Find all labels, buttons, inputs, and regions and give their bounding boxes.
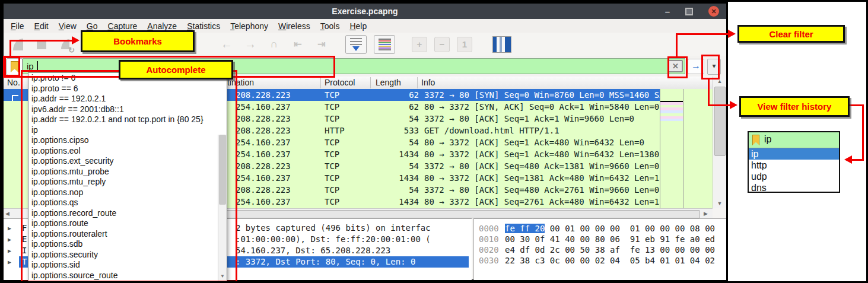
menu-go[interactable]: Go xyxy=(87,21,98,31)
hex-bytes: e4 df 0d 2c 00 50 38 af fe 13 00 00 00 0… xyxy=(505,244,715,255)
packet-protocol: HTTP xyxy=(325,125,345,136)
menu-tools[interactable]: Tools xyxy=(320,21,340,31)
packet-length: 62 xyxy=(360,101,419,113)
menu-wireless[interactable]: Wireless xyxy=(278,21,310,31)
packet-protocol: TCP xyxy=(325,89,339,101)
expand-arrow-icon: ▶ xyxy=(8,256,11,268)
title-bar[interactable]: Exercise.pcapng – ✕ xyxy=(4,4,726,19)
column-divider[interactable] xyxy=(320,77,321,88)
close-button[interactable]: ✕ xyxy=(708,6,719,17)
first-packet-icon[interactable]: ⇤ xyxy=(290,36,306,53)
colorize-icon[interactable] xyxy=(374,35,395,54)
clear-filter-callout: Clear filter xyxy=(737,25,845,43)
packet-protocol: TCP xyxy=(325,148,339,160)
history-annotation-line xyxy=(708,80,710,106)
packet-length: 1434 xyxy=(360,196,419,208)
column-length[interactable]: Length xyxy=(376,78,401,87)
detail-row-text: : 3372, Dst Port: 80, Seq: 0, Len: 0 xyxy=(236,256,469,268)
hex-bytes: 22 38 c3 0c 00 00 02 04 05 b4 01 01 04 0… xyxy=(505,255,715,266)
vertical-scroll-thumb[interactable] xyxy=(714,87,726,156)
menu-statistics[interactable]: Statistics xyxy=(187,21,220,31)
window-title: Exercise.pcapng xyxy=(4,4,726,19)
packet-length: 1434 xyxy=(360,148,419,160)
expand-arrow-icon: ▶ xyxy=(8,245,11,256)
packet-protocol: TCP xyxy=(325,160,339,172)
packet-length: 54 xyxy=(360,113,419,125)
expand-arrow-icon: ▶ xyxy=(8,234,11,245)
menu-analyze[interactable]: Analyze xyxy=(147,21,177,31)
forward-arrow-icon[interactable]: → xyxy=(242,36,259,53)
packet-length: 62 xyxy=(360,89,419,101)
packet-destination: 254.160.237 xyxy=(236,101,325,113)
hex-row[interactable]: 0000fe ff 20 00 01 00 00 00 01 00 00 00 … xyxy=(474,223,726,234)
packet-destination: 208.228.223 xyxy=(236,184,325,196)
menu-view[interactable]: View xyxy=(59,21,77,31)
packet-list-vertical-scrollbar[interactable]: ▲ ▼ xyxy=(713,77,726,208)
scroll-left-icon[interactable]: ◀ xyxy=(5,211,9,217)
packet-length: 54 xyxy=(360,136,419,148)
back-arrow-icon[interactable]: ← xyxy=(218,36,235,53)
column-divider[interactable] xyxy=(417,77,418,88)
column-protocol[interactable]: Protocol xyxy=(325,78,355,87)
intelligent-scrollbar-minimap[interactable] xyxy=(660,89,683,208)
go-to-packet-icon[interactable]: ∩ xyxy=(266,36,282,53)
menu-capture[interactable]: Capture xyxy=(108,21,138,31)
history-item[interactable]: udp xyxy=(749,171,839,182)
history-arrowhead xyxy=(730,101,737,109)
view-filter-history-callout: View filter history xyxy=(739,96,850,117)
packet-info: 3372 → 80 [ACK] Seq=1 Ack=1 Win=9660 Len… xyxy=(424,113,660,125)
packet-destination: 254.160.237 xyxy=(236,196,325,208)
column-info[interactable]: Info xyxy=(421,78,435,87)
scroll-down-icon[interactable]: ▼ xyxy=(713,201,726,206)
stop-capture-icon[interactable] xyxy=(33,36,50,53)
hex-row[interactable]: 003022 38 c3 0c 00 00 02 04 05 b4 01 01 … xyxy=(474,255,726,266)
filter-history-example: ip iphttpudpdns xyxy=(748,131,840,193)
history-example-annotation-line xyxy=(852,159,864,161)
hex-highlight: fe ff 20 xyxy=(505,224,545,233)
packet-info: GET /download.html HTTP/1.1 xyxy=(424,125,660,136)
history-button-annotation-rect xyxy=(701,55,720,80)
autocomplete-annotation-rect xyxy=(21,70,237,282)
window-controls: – ✕ xyxy=(665,4,719,19)
packet-info: 3372 → 80 [SYN] Seq=0 Win=8760 Len=0 MSS… xyxy=(424,89,660,101)
packet-info: 80 → 3372 [SYN, ACK] Seq=0 Ack=1 Win=584… xyxy=(424,101,660,113)
hex-row[interactable]: 001000 30 0f 41 40 00 80 06 91 eb 91 fe … xyxy=(474,234,726,244)
restore-button[interactable] xyxy=(685,8,693,15)
clear-filter-annotation-line xyxy=(676,33,728,35)
zoom-reset-icon[interactable]: 1 xyxy=(457,37,472,52)
start-capture-fin-icon[interactable] xyxy=(9,36,26,53)
hex-offset: 0030 xyxy=(479,255,499,266)
auto-scroll-icon[interactable] xyxy=(345,35,367,54)
zoom-in-icon[interactable]: + xyxy=(412,37,427,52)
detail-row-text: :01:00:00:00), Dst: fe:ff:20:00:01:00 ( xyxy=(236,234,469,245)
packet-protocol: TCP xyxy=(325,101,339,113)
hex-bytes: fe ff 20 00 01 00 00 00 01 00 00 00 08 0… xyxy=(505,223,715,234)
packet-protocol: TCP xyxy=(325,136,339,148)
history-item[interactable]: http xyxy=(749,160,839,171)
menu-telephony[interactable]: Telephony xyxy=(230,21,268,31)
menu-help[interactable]: Help xyxy=(349,21,367,31)
minimize-button[interactable]: – xyxy=(665,7,670,17)
history-item[interactable]: dns xyxy=(749,182,839,193)
column-no[interactable]: No. xyxy=(7,78,20,87)
last-packet-icon[interactable]: ⇥ xyxy=(313,36,330,53)
scroll-right-icon[interactable]: ▶ xyxy=(704,211,708,217)
clear-filter-annotation-rect xyxy=(667,56,688,78)
menu-file[interactable]: File xyxy=(11,21,24,31)
bookmarks-arrowhead xyxy=(72,36,80,44)
hex-row[interactable]: 0020e4 df 0d 2c 00 50 38 af fe 13 00 00 … xyxy=(474,244,726,255)
history-example-filter-bar: ip xyxy=(749,132,839,148)
zoom-out-icon[interactable]: − xyxy=(434,37,450,52)
packet-info: 80 → 3372 [ACK] Seq=1 Ack=480 Win=6432 L… xyxy=(424,136,660,148)
resize-columns-icon[interactable] xyxy=(492,36,511,53)
bookmarks-annotation-line xyxy=(9,40,11,56)
menu-edit[interactable]: Edit xyxy=(34,21,49,31)
packet-destination: 254.160.237 xyxy=(236,172,325,184)
history-item[interactable]: ip xyxy=(749,148,839,160)
column-divider[interactable] xyxy=(370,77,371,88)
bookmark-icon xyxy=(752,135,759,145)
packet-info: 80 → 3372 [ACK] Seq=1 Ack=480 Win=6432 L… xyxy=(424,148,660,160)
history-example-arrowhead xyxy=(844,155,852,164)
restart-capture-icon[interactable] xyxy=(57,36,74,53)
packet-length: 533 xyxy=(360,125,419,136)
